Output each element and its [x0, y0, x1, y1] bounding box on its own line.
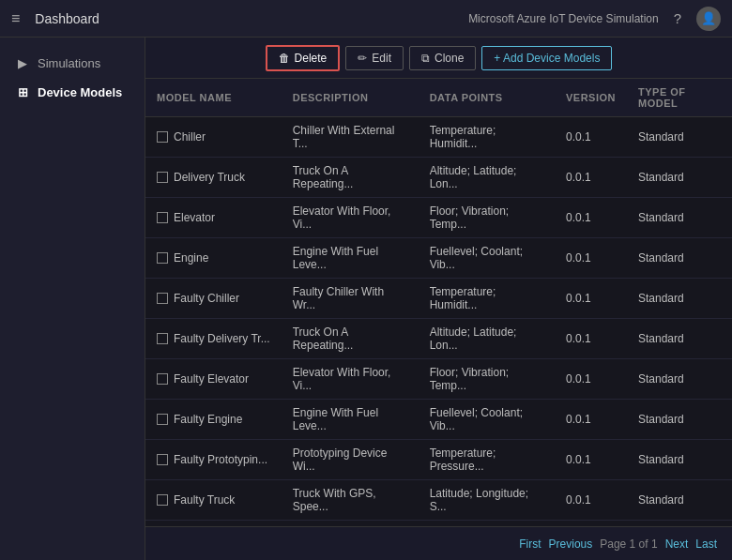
toolbar-actions: 🗑 Delete ✏ Edit ⧉ Clone + Add Device Mod…	[266, 45, 613, 71]
sidebar-item-device-models[interactable]: ⊞ Device Models	[0, 78, 145, 107]
table-row[interactable]: Faulty Delivery Tr... Truck On A Repeati…	[145, 319, 732, 359]
model-name-cell: Engine	[157, 251, 270, 265]
row-checkbox[interactable]	[157, 494, 168, 506]
row-data-points: Latitude; Longitude; S...	[419, 480, 555, 521]
col-data-points: DATA POINTS	[419, 79, 555, 117]
device-models-table: MODEL NAME DESCRIPTION DATA POINTS VERSI…	[145, 79, 732, 526]
row-description: Truck On A Repeating...	[282, 319, 419, 359]
top-bar-right: Microsoft Azure IoT Device Simulation ? …	[468, 7, 721, 31]
simulations-icon: ▶	[15, 56, 30, 70]
avatar[interactable]: 👤	[696, 7, 721, 31]
col-type: TYPE OF MODEL	[627, 79, 732, 117]
edit-icon: ✏	[358, 52, 367, 65]
row-type: Standard	[627, 480, 732, 521]
pagination-last[interactable]: Last	[695, 537, 717, 551]
row-model-name: Faulty Delivery Tr...	[174, 332, 270, 345]
row-checkbox[interactable]	[157, 252, 168, 264]
row-data-points: Floor; Vibration; Temp...	[419, 359, 555, 400]
row-version: 0.0.1	[555, 158, 627, 198]
col-version: VERSION	[555, 79, 627, 117]
model-name-cell: Chiller	[157, 130, 270, 144]
row-version: 0.0.1	[555, 319, 627, 359]
pagination: First Previous Page 1 of 1 Next Last	[145, 526, 732, 560]
row-type: Standard	[627, 319, 732, 359]
row-data-points: Fuellevel; Coolant; Vib...	[419, 400, 555, 440]
model-name-cell: Faulty Truck	[157, 493, 270, 507]
row-data-points: Altitude; Latitude; Lon...	[419, 319, 555, 359]
model-name-cell: Faulty Prototypin...	[157, 453, 270, 466]
delete-icon: 🗑	[279, 52, 290, 65]
col-model-name: MODEL NAME	[145, 79, 282, 117]
table-row[interactable]: Faulty Elevator Elevator With Floor, Vi.…	[145, 359, 732, 400]
row-checkbox[interactable]	[157, 333, 168, 344]
table-row[interactable]: Faulty Engine Engine With Fuel Leve...Fu…	[145, 400, 732, 440]
pagination-previous[interactable]: Previous	[549, 537, 593, 551]
table-header-row: MODEL NAME DESCRIPTION DATA POINTS VERSI…	[145, 79, 732, 117]
help-icon[interactable]: ?	[674, 10, 681, 26]
row-checkbox[interactable]	[157, 293, 168, 304]
clone-icon: ⧉	[421, 52, 430, 65]
model-name-cell: Faulty Engine	[157, 413, 270, 426]
table-row[interactable]: Faulty Prototypin... Prototyping Device …	[145, 440, 732, 480]
row-data-points: Temperature; Humidit...	[419, 279, 555, 319]
table-row[interactable]: Engine Engine With Fuel Leve...Fuellevel…	[145, 238, 732, 279]
row-data-points: Temperature; Humidit...	[419, 117, 555, 158]
row-version: 0.0.1	[555, 238, 627, 279]
edit-button[interactable]: ✏ Edit	[345, 46, 404, 70]
row-data-points: Fuellevel; Coolant; Vib...	[419, 238, 555, 279]
page-title: Dashboard	[35, 11, 99, 26]
row-version: 0.0.1	[555, 400, 627, 440]
app-name: Microsoft Azure IoT Device Simulation	[468, 12, 659, 25]
row-description: Chiller With External T...	[282, 117, 419, 158]
row-description: Elevator With Floor, Vi...	[282, 198, 419, 238]
row-checkbox[interactable]	[157, 414, 168, 425]
table-row[interactable]: Faulty Truck Truck With GPS, Spee...Lati…	[145, 480, 732, 521]
table-row[interactable]: Delivery Truck Truck On A Repeating...Al…	[145, 158, 732, 198]
row-model-name: Elevator	[174, 211, 215, 224]
row-data-points: Altitude; Latitude; Lon...	[419, 158, 555, 198]
row-type: Standard	[627, 198, 732, 238]
row-checkbox[interactable]	[157, 373, 168, 385]
table-row[interactable]: Chiller Chiller With External T...Temper…	[145, 117, 732, 158]
row-type: Standard	[627, 158, 732, 198]
row-description: Truck With GPS, Spee...	[282, 480, 419, 521]
row-model-name: Faulty Chiller	[174, 292, 239, 305]
pagination-first[interactable]: First	[519, 537, 541, 551]
row-type: Standard	[627, 359, 732, 400]
row-version: 0.0.1	[555, 359, 627, 400]
model-name-cell: Faulty Delivery Tr...	[157, 332, 270, 345]
model-name-cell: Delivery Truck	[157, 171, 270, 184]
row-checkbox[interactable]	[157, 172, 168, 183]
row-model-name: Faulty Engine	[174, 413, 242, 426]
row-version: 0.0.1	[555, 198, 627, 238]
delete-button[interactable]: 🗑 Delete	[266, 45, 341, 71]
pagination-next[interactable]: Next	[665, 537, 689, 551]
hamburger-icon[interactable]: ≡	[11, 10, 20, 27]
row-type: Standard	[627, 279, 732, 319]
row-description: Truck On A Repeating...	[282, 158, 419, 198]
top-bar-left: ≡ Dashboard	[11, 10, 99, 27]
sidebar-item-simulations-label: Simulations	[38, 56, 100, 70]
model-name-cell: Faulty Elevator	[157, 372, 270, 386]
row-data-points: Temperature; Pressure...	[419, 440, 555, 480]
sidebar-item-simulations[interactable]: ▶ Simulations	[0, 49, 145, 78]
row-model-name: Chiller	[174, 130, 206, 144]
clone-label: Clone	[435, 52, 464, 65]
content-area: 🗑 Delete ✏ Edit ⧉ Clone + Add Device Mod…	[145, 38, 732, 560]
row-checkbox[interactable]	[157, 212, 168, 223]
row-version: 0.0.1	[555, 117, 627, 158]
main-layout: ▶ Simulations ⊞ Device Models 🗑 Delete ✏…	[0, 38, 732, 560]
row-model-name: Faulty Elevator	[174, 372, 249, 386]
top-bar: ≡ Dashboard Microsoft Azure IoT Device S…	[0, 0, 732, 38]
add-device-models-button[interactable]: + Add Device Models	[481, 46, 612, 70]
row-type: Standard	[627, 117, 732, 158]
row-model-name: Faulty Truck	[174, 493, 235, 507]
table-row[interactable]: Faulty Chiller Faulty Chiller With Wr...…	[145, 279, 732, 319]
row-checkbox[interactable]	[157, 454, 168, 465]
col-description: DESCRIPTION	[282, 79, 419, 117]
clone-button[interactable]: ⧉ Clone	[409, 46, 476, 70]
table-row[interactable]: Elevator Elevator With Floor, Vi...Floor…	[145, 198, 732, 238]
row-checkbox[interactable]	[157, 131, 168, 143]
device-models-icon: ⊞	[15, 85, 30, 99]
row-model-name: Delivery Truck	[174, 171, 245, 184]
